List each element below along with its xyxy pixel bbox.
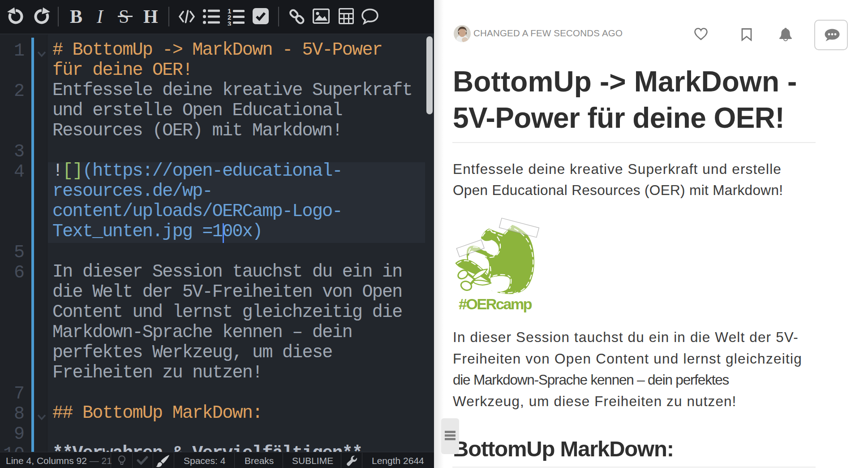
svg-text:#OERcamp: #OERcamp xyxy=(459,295,532,312)
svg-text:3: 3 xyxy=(228,20,231,26)
